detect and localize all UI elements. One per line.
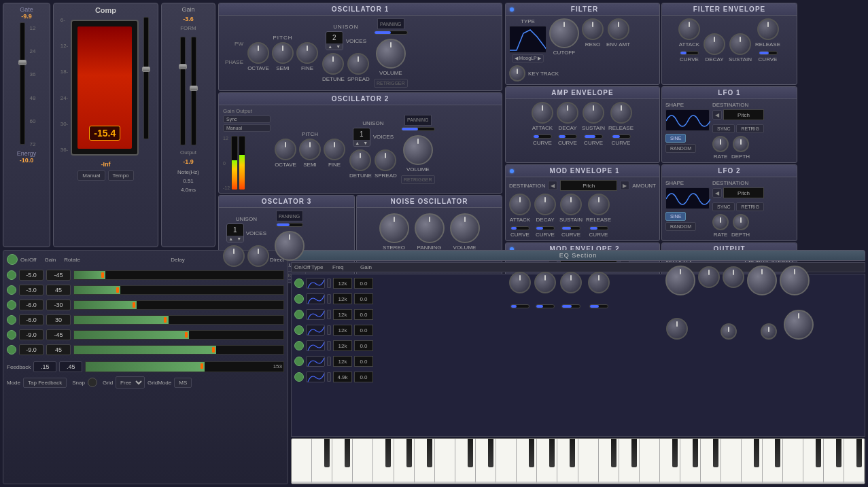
me1-dest-prev[interactable]: ◀	[548, 181, 557, 190]
me2-release-curve-slider[interactable]	[589, 304, 608, 308]
detune-knob-osc1[interactable]	[322, 53, 344, 75]
black-key-20[interactable]	[713, 439, 718, 467]
glide-knob[interactable]	[721, 323, 737, 340]
fe-release-knob[interactable]	[757, 18, 779, 40]
fe-attack-knob[interactable]	[678, 18, 700, 40]
white-key-0[interactable]	[292, 439, 312, 484]
amp-knob-out[interactable]	[698, 266, 720, 288]
black-key-1[interactable]	[324, 439, 330, 467]
me1-release-knob[interactable]	[588, 194, 610, 215]
panning-slider-osc1[interactable]	[374, 31, 408, 35]
me1-decay-knob[interactable]	[534, 194, 556, 215]
lfo2-retrig-btn[interactable]: RETRIG	[736, 202, 763, 211]
fe-attack-slider[interactable]	[680, 51, 699, 55]
voices-dn-osc2[interactable]: ▼	[362, 140, 370, 146]
white-key-21[interactable]	[721, 439, 742, 484]
volume-knob-osc3[interactable]	[275, 231, 305, 261]
snap-toggle[interactable]	[88, 378, 97, 387]
seq-row-toggle-5[interactable]	[7, 345, 16, 355]
voices-stepper-osc3[interactable]: 1 ▲ ▼	[226, 223, 244, 242]
eq-toggle-1[interactable]	[294, 294, 304, 304]
eq-curve-0[interactable]	[306, 278, 325, 289]
black-key-25[interactable]	[816, 439, 821, 467]
seq-bar-5[interactable]	[73, 345, 284, 355]
sync-btn-osc2[interactable]: Sync	[223, 115, 271, 123]
feedback-input-1[interactable]	[33, 361, 56, 372]
eq-curve-2[interactable]	[306, 309, 325, 320]
me2-decay-curve-slider[interactable]	[536, 304, 555, 308]
spread-knob-osc1[interactable]	[347, 53, 369, 75]
fine-knob-osc2[interactable]	[324, 139, 345, 160]
lfo2-sine-btn[interactable]: SINE	[665, 212, 686, 221]
black-key-5[interactable]	[406, 439, 412, 467]
black-key-6[interactable]	[427, 439, 432, 467]
eq-dropdown-0[interactable]	[327, 278, 331, 288]
black-key-16[interactable]	[631, 439, 637, 467]
seq-row-toggle-1[interactable]	[7, 285, 16, 295]
spread-knob-osc2[interactable]	[375, 149, 396, 171]
seq-bar-2[interactable]	[73, 300, 284, 310]
eq-curve-1[interactable]	[306, 293, 325, 304]
black-key-18[interactable]	[672, 439, 678, 467]
retrigger-label-osc1[interactable]: RETRIGGER	[374, 79, 408, 88]
eq-toggle-3[interactable]	[294, 325, 304, 335]
lfo2-sync-btn[interactable]: SYNC	[712, 202, 735, 211]
lfo1-rate-knob[interactable]	[712, 136, 729, 152]
me2-attack-knob[interactable]	[509, 272, 531, 293]
eq-curve-5[interactable]	[306, 356, 325, 367]
black-key-19[interactable]	[693, 439, 698, 467]
voices-up-osc1[interactable]: ▲	[326, 43, 334, 50]
retrigger-label-osc2[interactable]: RETRIGGER	[401, 175, 435, 184]
seq-row-toggle-4[interactable]	[7, 330, 16, 340]
me1-dest-next[interactable]: ▶	[620, 181, 629, 190]
seq-bar-4[interactable]	[73, 330, 284, 340]
chorus-knob[interactable]	[747, 266, 777, 295]
white-key-24[interactable]	[783, 439, 803, 484]
black-key-22[interactable]	[754, 439, 759, 467]
seq-gain-1[interactable]	[19, 285, 44, 295]
key-track-knob[interactable]	[509, 65, 525, 82]
eq-dropdown-last[interactable]	[327, 372, 331, 382]
stereo-knob-noise[interactable]	[379, 213, 409, 243]
white-key-3[interactable]	[353, 439, 373, 484]
me1-attack-knob[interactable]	[509, 194, 531, 215]
seq-gain-5[interactable]	[19, 344, 44, 355]
tap-feedback-btn[interactable]: Tap Feedback	[23, 378, 67, 388]
lfo2-rate-knob[interactable]	[712, 214, 729, 230]
eq-toggle-2[interactable]	[294, 310, 304, 319]
filter-knob-out[interactable]	[723, 266, 744, 288]
comp-slider[interactable]	[143, 17, 149, 139]
seq-rotate-5[interactable]	[46, 344, 71, 355]
voices-dn-osc3[interactable]: ▼	[235, 236, 243, 242]
voices-dn-osc1[interactable]: ▼	[334, 43, 343, 50]
eq-toggle-4[interactable]	[294, 341, 304, 350]
eq-toggle-last[interactable]	[294, 372, 304, 382]
black-key-12[interactable]	[549, 439, 555, 467]
black-key-4[interactable]	[385, 439, 391, 467]
lfo1-dest-prev[interactable]: ◀	[712, 110, 722, 120]
eq-toggle-0[interactable]	[294, 278, 304, 288]
eq-toggle-5[interactable]	[294, 357, 304, 366]
seq-row-toggle-2[interactable]	[7, 300, 16, 310]
piano-keyboard[interactable]	[291, 438, 865, 484]
fine-knob-osc1[interactable]	[296, 42, 318, 64]
vibrato-knob[interactable]	[666, 318, 688, 340]
black-key-26[interactable]	[836, 439, 841, 467]
seq-gain-0[interactable]	[19, 270, 44, 281]
seq-gain-2[interactable]	[19, 300, 44, 310]
me2-decay-knob[interactable]	[534, 272, 556, 293]
white-key-14[interactable]	[578, 439, 599, 484]
panning-slider-osc2[interactable]	[401, 127, 435, 131]
gate-slider[interactable]	[20, 22, 25, 145]
seq-rotate-2[interactable]	[46, 300, 71, 310]
eq-curve-4[interactable]	[306, 340, 325, 351]
eq-dropdown-5[interactable]	[327, 357, 331, 366]
lfo1-sine-btn[interactable]: SINE	[665, 134, 686, 143]
velocity-knob[interactable]	[665, 266, 695, 295]
seq-rotate-3[interactable]	[46, 314, 71, 325]
form-slider[interactable]	[191, 37, 196, 145]
lfo2-dest-prev[interactable]: ◀	[712, 188, 722, 198]
black-key-15[interactable]	[611, 439, 617, 467]
eq-curve-last[interactable]	[306, 372, 325, 382]
volume-knob-out[interactable]	[784, 310, 814, 340]
